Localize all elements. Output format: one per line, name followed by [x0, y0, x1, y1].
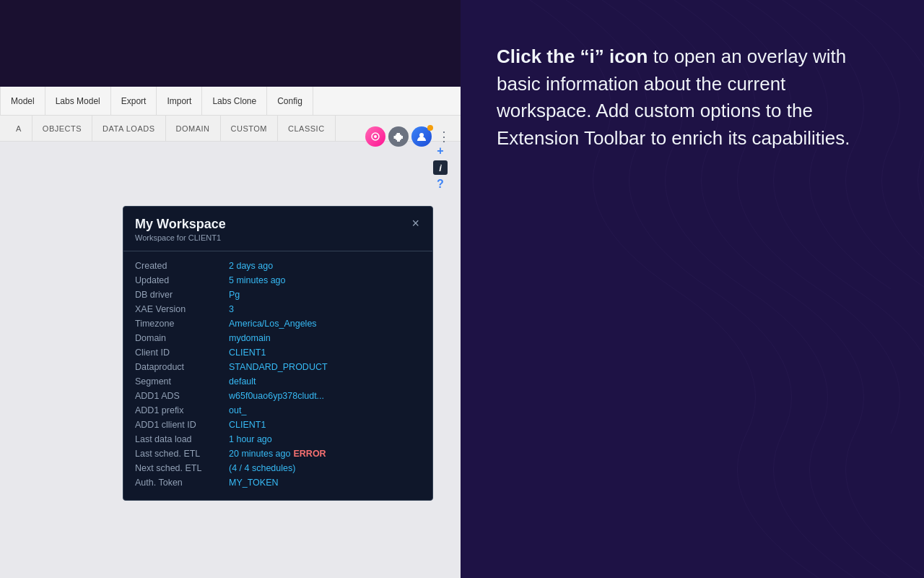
sub-nav-item-custom[interactable]: CUSTOM: [221, 116, 278, 142]
nav-item-export[interactable]: Export: [111, 87, 157, 116]
info-label-dataproduct: Dataproduct: [135, 362, 229, 372]
info-label-xae-version: XAE Version: [135, 304, 229, 314]
ext-btn-circle-pink[interactable]: [365, 126, 385, 147]
overlay-close-button[interactable]: ×: [410, 217, 421, 230]
info-row-updated: Updated 5 minutes ago: [135, 273, 421, 288]
info-value-updated: 5 minutes ago: [229, 275, 286, 285]
info-row-last-sched-etl: Last sched. ETL 20 minutes ago ERROR: [135, 447, 421, 461]
nav-item-labs-clone[interactable]: Labs Clone: [202, 87, 267, 116]
info-label-timezone: Timezone: [135, 319, 229, 329]
info-value-xae-version: 3: [229, 304, 234, 314]
info-row-dataproduct: Dataproduct STANDARD_PRODUCT: [135, 360, 421, 374]
info-label-auth-token: Auth. Token: [135, 478, 229, 488]
info-value-add1-prefix: out_: [229, 405, 246, 415]
info-value-last-data-load: 1 hour ago: [229, 434, 272, 444]
info-value-next-sched-etl: (4 / 4 schedules): [229, 463, 295, 473]
info-row-created: Created 2 days ago: [135, 259, 421, 273]
info-value-add1-client-id: CLIENT1: [229, 420, 266, 430]
info-value-last-sched-etl-error: ERROR: [293, 449, 326, 459]
extension-toolbar: ⋮: [365, 126, 453, 147]
sub-nav-item-domain[interactable]: DOMAIN: [166, 116, 221, 142]
ext-btn-user-avatar[interactable]: [411, 126, 432, 147]
info-label-last-sched-etl: Last sched. ETL: [135, 449, 229, 459]
info-label-db-driver: DB driver: [135, 290, 229, 300]
nav-item-labs-model[interactable]: Labs Model: [45, 87, 111, 116]
overlay-subtitle: Workspace for CLIENT1: [135, 233, 226, 242]
info-row-segment: Segment default: [135, 374, 421, 389]
info-value-db-driver: Pg: [229, 290, 240, 300]
info-label-created: Created: [135, 261, 229, 271]
question-icon[interactable]: ?: [437, 178, 444, 191]
sub-nav-item-a[interactable]: A: [6, 116, 32, 142]
info-icons-container: + i ?: [433, 144, 448, 191]
info-label-last-data-load: Last data load: [135, 434, 229, 444]
info-value-domain: mydomain: [229, 333, 271, 343]
right-panel: Click the “i” icon to open an overlay wi…: [461, 0, 924, 578]
info-row-db-driver: DB driver Pg: [135, 288, 421, 302]
overlay-title-block: My Workspace Workspace for CLIENT1: [135, 217, 226, 242]
left-panel: Model Labs Model Export Import Labs Clon…: [0, 0, 461, 578]
overlay-header: My Workspace Workspace for CLIENT1 ×: [123, 207, 432, 246]
info-label-add1-prefix: ADD1 prefix: [135, 405, 229, 415]
overlay-divider: [123, 251, 432, 251]
info-value-last-sched-etl-container: 20 minutes ago ERROR: [229, 449, 326, 459]
info-value-add1-ads: w65f0uao6yp378cludt...: [229, 391, 324, 401]
info-label-updated: Updated: [135, 275, 229, 285]
info-row-xae-version: XAE Version 3: [135, 302, 421, 316]
info-value-last-sched-etl-time: 20 minutes ago: [229, 449, 290, 459]
info-value-dataproduct: STANDARD_PRODUCT: [229, 362, 328, 372]
right-panel-content: Click the “i” icon to open an overlay wi…: [497, 43, 872, 152]
nav-bar: Model Labs Model Export Import Labs Clon…: [0, 87, 461, 116]
svg-point-1: [374, 135, 377, 138]
info-row-next-sched-etl: Next sched. ETL (4 / 4 schedules): [135, 461, 421, 475]
overlay-body: Created 2 days ago Updated 5 minutes ago…: [123, 256, 432, 500]
overlay-title: My Workspace: [135, 217, 226, 232]
sub-nav-item-objects[interactable]: OBJECTS: [32, 116, 92, 142]
info-label-domain: Domain: [135, 333, 229, 343]
info-value-segment: default: [229, 376, 256, 387]
info-row-add1-client-id: ADD1 cllient ID CLIENT1: [135, 418, 421, 432]
top-bar: [0, 0, 461, 87]
nav-item-model[interactable]: Model: [0, 87, 45, 116]
info-label-next-sched-etl: Next sched. ETL: [135, 463, 229, 473]
info-label-client-id: Client ID: [135, 348, 229, 358]
info-value-created: 2 days ago: [229, 261, 273, 271]
workspace-overlay: My Workspace Workspace for CLIENT1 × Cre…: [123, 206, 433, 501]
info-label-add1-client-id: ADD1 cllient ID: [135, 420, 229, 430]
nav-item-config[interactable]: Config: [267, 87, 313, 116]
ext-btn-puzzle[interactable]: [388, 126, 409, 147]
info-value-auth-token: MY_TOKEN: [229, 478, 279, 488]
info-row-auth-token: Auth. Token MY_TOKEN: [135, 475, 421, 490]
info-value-timezone: America/Los_Angeles: [229, 319, 317, 329]
info-label-segment: Segment: [135, 376, 229, 387]
plus-icon[interactable]: +: [437, 144, 443, 158]
info-row-last-data-load: Last data load 1 hour ago: [135, 432, 421, 447]
right-panel-description: Click the “i” icon to open an overlay wi…: [497, 43, 872, 152]
info-row-domain: Domain mydomain: [135, 331, 421, 345]
info-row-timezone: Timezone America/Los_Angeles: [135, 316, 421, 331]
info-value-client-id: CLIENT1: [229, 348, 266, 358]
info-i-icon[interactable]: i: [433, 160, 448, 175]
info-row-client-id: Client ID CLIENT1: [135, 345, 421, 360]
nav-item-import[interactable]: Import: [157, 87, 202, 116]
sub-nav-item-classic[interactable]: CLASSIC: [278, 116, 336, 142]
sub-nav-item-data-loads[interactable]: DATA LOADS: [92, 116, 165, 142]
info-label-add1-ads: ADD1 ADS: [135, 391, 229, 401]
more-options-button[interactable]: ⋮: [435, 129, 453, 144]
info-row-add1-prefix: ADD1 prefix out_: [135, 403, 421, 418]
right-panel-title-bold: Click the “i” icon: [497, 46, 648, 67]
info-row-add1-ads: ADD1 ADS w65f0uao6yp378cludt...: [135, 389, 421, 403]
